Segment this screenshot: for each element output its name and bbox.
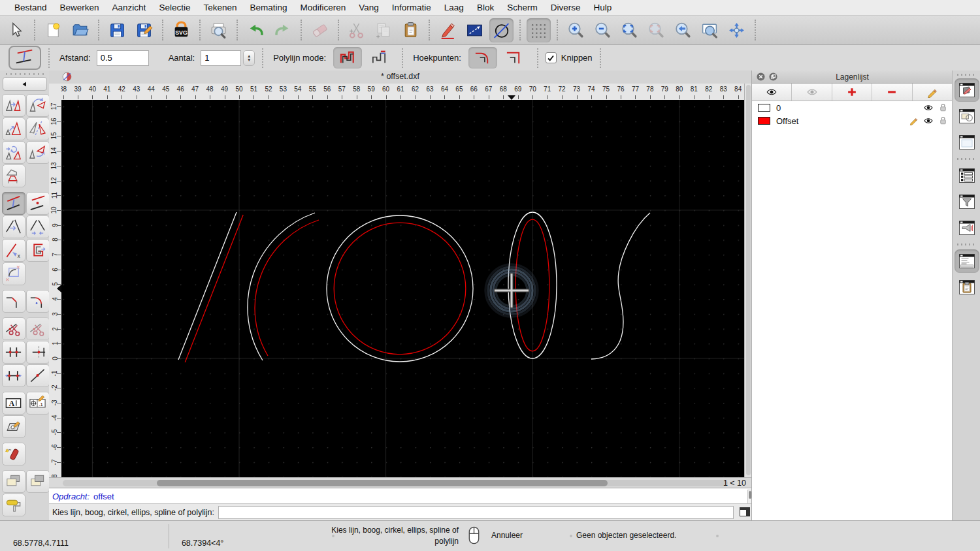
zoom-selection-button[interactable]	[644, 18, 668, 42]
paste-button[interactable]	[399, 18, 423, 42]
zoom-window-button[interactable]	[698, 18, 722, 42]
tool-mirror-button[interactable]	[26, 118, 50, 140]
save-file-button[interactable]	[105, 18, 129, 42]
tool-trim-two-button[interactable]	[26, 215, 50, 238]
tool-divide-point-button[interactable]	[26, 364, 50, 387]
save-file-as-button[interactable]	[132, 18, 156, 42]
dock-strip-drag-handle[interactable]	[957, 74, 977, 76]
eraser-button[interactable]	[308, 18, 332, 42]
zoom-previous-button[interactable]	[671, 18, 695, 42]
layer-visibility-toggle[interactable]	[923, 116, 934, 128]
dock-megaphone-button[interactable]	[955, 216, 979, 240]
dock-block-list-button[interactable]	[955, 104, 979, 128]
tool-parallel-point-button[interactable]	[26, 192, 50, 215]
layer-row-0[interactable]: 0	[752, 101, 953, 114]
offset-circle-button[interactable]	[489, 18, 514, 42]
hide-all-layers-button[interactable]	[792, 84, 832, 101]
menu-informatie[interactable]: Informatie	[385, 3, 438, 12]
tool-hatch-edit-button[interactable]	[2, 415, 25, 438]
layer-color-swatch[interactable]	[758, 104, 770, 112]
undo-button[interactable]	[244, 18, 268, 42]
drawing-canvas[interactable]	[61, 100, 744, 477]
command-input[interactable]	[218, 506, 734, 519]
tool-divide-button[interactable]	[2, 341, 25, 364]
tool-divide-two-button[interactable]	[26, 341, 50, 364]
layer-lock-toggle[interactable]	[938, 102, 948, 114]
dock-view-list-button[interactable]	[955, 164, 979, 187]
tool-order-back-button[interactable]	[26, 470, 50, 493]
layer-visibility-toggle[interactable]	[923, 102, 934, 115]
tool-move-button[interactable]	[2, 94, 25, 117]
tool-rotate-button[interactable]	[26, 94, 50, 117]
tool-stretch-button[interactable]	[2, 364, 25, 387]
tool-trim-button[interactable]	[2, 215, 25, 238]
vertical-scrollbar-thumb[interactable]	[746, 85, 751, 475]
toolbox-drag-handle[interactable]	[6, 73, 44, 75]
tool-scale-button[interactable]	[2, 118, 25, 140]
print-preview-button[interactable]	[206, 18, 231, 42]
menu-blok[interactable]: Blok	[470, 3, 500, 12]
menu-selectie[interactable]: Selectie	[152, 3, 197, 12]
tool-order-front-button[interactable]	[2, 470, 25, 493]
add-layer-button[interactable]	[832, 84, 872, 101]
menu-aanzicht[interactable]: Aanzicht	[106, 3, 153, 12]
tool-chamfer-button[interactable]	[2, 290, 25, 313]
cut-button[interactable]	[345, 18, 369, 42]
grid-button[interactable]	[527, 18, 551, 42]
tool-project-button[interactable]	[2, 165, 25, 187]
dock-clipboard-button[interactable]	[955, 276, 979, 299]
zoom-auto-button[interactable]	[617, 18, 642, 42]
tool-offset-polygon-button[interactable]	[26, 239, 50, 262]
tool-move-rotate-button[interactable]	[2, 141, 25, 164]
tool-fillet-round-button[interactable]	[26, 290, 50, 313]
remove-layer-button[interactable]	[872, 84, 912, 101]
layer-row-Offset[interactable]: Offset	[752, 114, 953, 127]
show-all-layers-button[interactable]	[752, 84, 792, 101]
menu-scherm[interactable]: Scherm	[500, 3, 544, 12]
tool-rotate-two-button[interactable]	[26, 141, 50, 164]
dock-property-editor-button[interactable]	[955, 78, 979, 102]
layer-color-swatch[interactable]	[758, 117, 770, 125]
menu-modificeren[interactable]: Modificeren	[294, 3, 353, 12]
offset-tool-indicator-button[interactable]	[8, 46, 41, 70]
distance-input[interactable]	[97, 50, 149, 66]
tool-dimension-edit-button[interactable]: .1	[26, 392, 50, 415]
zoom-out-button[interactable]	[591, 18, 615, 42]
zoom-in-button[interactable]	[564, 18, 588, 42]
menu-tekenen[interactable]: Tekenen	[197, 3, 243, 12]
polyline-mode-on-button[interactable]	[333, 47, 362, 69]
menu-hulp[interactable]: Hulp	[587, 3, 618, 12]
svg-export-button[interactable]: SVG	[169, 18, 193, 42]
tool-lengthen-button[interactable]: x	[2, 239, 25, 262]
trim-checkbox[interactable]	[546, 52, 557, 63]
menu-laag[interactable]: Laag	[438, 3, 470, 12]
menu-vang[interactable]: Vang	[352, 3, 385, 12]
menu-bestand[interactable]: Bestand	[8, 3, 54, 12]
draw-pencil-button[interactable]	[436, 18, 460, 42]
horizontal-scrollbar-thumb[interactable]	[157, 480, 608, 486]
layer-lock-toggle[interactable]	[938, 116, 948, 127]
dock-library-button[interactable]	[955, 131, 979, 154]
tool-paint-roller-button[interactable]	[2, 494, 25, 516]
pan-button[interactable]	[725, 18, 749, 42]
polyline-mode-off-button[interactable]	[365, 47, 393, 69]
corners-sharp-button[interactable]	[500, 47, 529, 69]
menu-bewerken[interactable]: Bewerken	[54, 3, 106, 12]
command-panel-toggle-button[interactable]	[738, 507, 752, 519]
toolbox-back-button[interactable]	[3, 77, 47, 91]
menu-bemating[interactable]: Bemating	[243, 3, 293, 12]
tool-offset-button[interactable]	[2, 192, 25, 215]
dock-filter-button[interactable]	[955, 190, 979, 213]
corners-round-button[interactable]	[468, 47, 497, 69]
count-input[interactable]	[201, 50, 241, 66]
count-stepper[interactable]: ▲▼	[243, 50, 255, 66]
menu-diverse[interactable]: Diverse	[544, 3, 587, 12]
distance-button[interactable]	[463, 18, 487, 42]
open-file-button[interactable]	[68, 18, 92, 42]
tool-explode-button[interactable]	[2, 443, 25, 465]
new-file-button[interactable]	[41, 18, 65, 42]
tool-text-edit-button[interactable]: A	[2, 392, 25, 415]
copy-button[interactable]	[372, 18, 396, 42]
tool-cut-two-button[interactable]	[26, 317, 50, 340]
dock-command-line-button[interactable]	[955, 249, 979, 273]
